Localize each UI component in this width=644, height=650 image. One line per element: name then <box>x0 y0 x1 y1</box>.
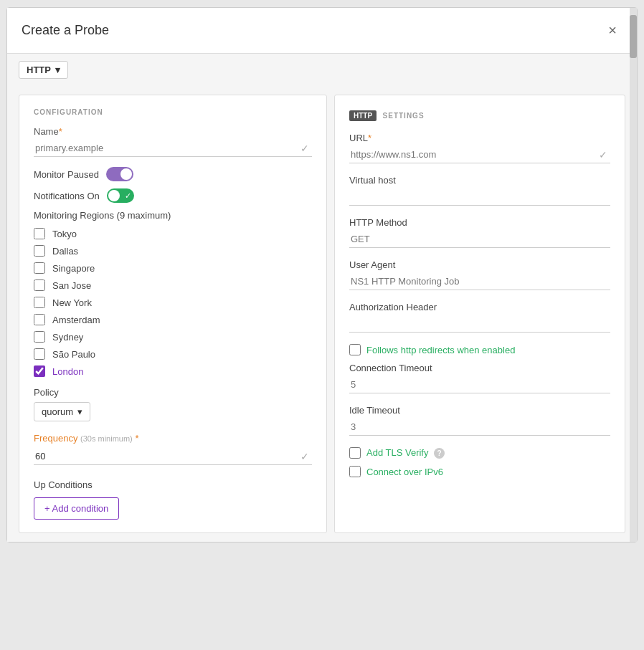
tls-verify-help-icon[interactable]: ? <box>434 448 445 459</box>
monitor-paused-toggle[interactable] <box>106 167 133 181</box>
region-label-tokyo: Tokyo <box>52 229 77 239</box>
virtual-host-field-group: Virtual host <box>349 175 610 206</box>
region-item: Sydney <box>34 331 312 343</box>
region-label-são-paulo: São Paulo <box>52 349 95 360</box>
region-checkbox-singapore[interactable] <box>34 262 45 274</box>
config-section-label: CONFIGURATION <box>34 108 312 116</box>
region-label-dallas: Dallas <box>52 246 78 257</box>
region-item: San Jose <box>34 279 312 291</box>
region-checkbox-new-york[interactable] <box>34 297 45 308</box>
region-item: New York <box>34 297 312 308</box>
url-input[interactable] <box>349 146 610 163</box>
protocol-label: HTTP <box>27 64 51 75</box>
url-label: URL* <box>349 133 610 143</box>
settings-section-label: SETTINGS <box>383 112 425 120</box>
modal-toolbar: HTTP ▾ <box>7 54 637 86</box>
up-conditions-label: Up Conditions <box>34 479 312 490</box>
ipv6-label: Connect over IPv6 <box>366 467 443 477</box>
idle-timeout-input[interactable] <box>349 419 610 436</box>
redirects-row: Follows http redirects when enabled <box>349 344 610 355</box>
policy-dropdown[interactable]: quorum ▾ <box>34 402 90 421</box>
region-checkbox-amsterdam[interactable] <box>34 314 45 325</box>
http-badge: HTTP <box>349 110 377 121</box>
notifications-on-row: Notifications On <box>34 188 312 203</box>
policy-dropdown-icon: ▾ <box>77 406 82 417</box>
region-item: Tokyo <box>34 228 312 239</box>
name-field-label: Name* <box>34 126 312 137</box>
policy-label: Policy <box>34 387 312 398</box>
region-checkbox-san-jose[interactable] <box>34 279 45 291</box>
auth-header-input[interactable] <box>349 315 610 333</box>
url-field-group: URL* ✓ <box>349 133 610 163</box>
right-panel: HTTP SETTINGS URL* ✓ Virtual host <box>334 95 625 533</box>
region-label-new-york: New York <box>52 297 92 308</box>
auth-header-field-group: Authorization Header <box>349 302 610 333</box>
frequency-input[interactable] <box>34 448 312 465</box>
redirects-checkbox[interactable] <box>349 344 361 355</box>
scrollbar-thumb[interactable] <box>630 15 637 58</box>
virtual-host-label: Virtual host <box>349 175 610 186</box>
region-label-amsterdam: Amsterdam <box>52 315 100 325</box>
idle-timeout-label: Idle Timeout <box>349 405 610 416</box>
region-label-london: London <box>52 366 83 377</box>
monitor-paused-label: Monitor Paused <box>34 169 99 180</box>
protocol-dropdown-icon: ▾ <box>55 64 60 75</box>
name-input[interactable] <box>34 140 312 157</box>
region-label-sydney: Sydney <box>52 332 83 343</box>
tls-verify-label: Add TLS Verify ? <box>366 447 445 459</box>
tls-verify-checkbox[interactable] <box>349 447 361 459</box>
user-agent-field-group: User Agent <box>349 259 610 290</box>
scrollbar-track[interactable] <box>630 8 637 542</box>
http-settings-header: HTTP SETTINGS <box>349 108 610 121</box>
modal-title: Create a Probe <box>22 23 109 38</box>
modal-header: Create a Probe × <box>7 8 637 54</box>
user-agent-label: User Agent <box>349 259 610 270</box>
notifications-on-label: Notifications On <box>34 191 100 201</box>
url-input-wrap: ✓ <box>349 146 610 163</box>
frequency-check-icon: ✓ <box>300 451 309 462</box>
region-item: London <box>34 365 312 377</box>
regions-label: Monitoring Regions (9 maximum) <box>34 210 312 221</box>
monitor-paused-slider <box>106 167 133 181</box>
notifications-on-toggle[interactable] <box>107 188 134 203</box>
region-checkbox-sydney[interactable] <box>34 331 45 343</box>
close-button[interactable]: × <box>602 19 622 42</box>
tls-verify-row: Add TLS Verify ? <box>349 447 610 459</box>
virtual-host-input[interactable] <box>349 188 610 206</box>
region-label-san-jose: San Jose <box>52 280 91 291</box>
idle-timeout-field-group: Idle Timeout <box>349 405 610 436</box>
region-item: Singapore <box>34 262 312 274</box>
connection-timeout-input[interactable] <box>349 376 610 393</box>
region-checkbox-dallas[interactable] <box>34 245 45 257</box>
http-method-input[interactable] <box>349 231 610 248</box>
region-item: Amsterdam <box>34 314 312 325</box>
region-item: Dallas <box>34 245 312 257</box>
auth-header-label: Authorization Header <box>349 302 610 312</box>
connection-timeout-field-group: Connection Timeout <box>349 363 610 393</box>
name-check-icon: ✓ <box>300 143 309 154</box>
ipv6-checkbox[interactable] <box>349 466 361 477</box>
user-agent-input[interactable] <box>349 273 610 290</box>
region-checkbox-london[interactable] <box>34 365 45 377</box>
frequency-label: Frequency (30s minimum) * <box>34 433 312 444</box>
policy-value: quorum <box>42 406 73 417</box>
add-condition-button[interactable]: + Add condition <box>34 497 119 520</box>
region-item: São Paulo <box>34 348 312 360</box>
http-method-field-group: HTTP Method <box>349 217 610 248</box>
region-label-singapore: Singapore <box>52 263 95 274</box>
url-check-icon: ✓ <box>599 149 607 161</box>
frequency-input-wrap: ✓ <box>34 448 312 465</box>
connection-timeout-label: Connection Timeout <box>349 363 610 373</box>
left-panel: CONFIGURATION Name* ✓ Monitor Paused No <box>19 95 327 533</box>
monitor-paused-row: Monitor Paused <box>34 167 312 181</box>
modal-body: CONFIGURATION Name* ✓ Monitor Paused No <box>7 86 637 542</box>
redirects-label: Follows http redirects when enabled <box>366 345 515 355</box>
name-input-wrap: ✓ <box>34 140 312 157</box>
protocol-dropdown[interactable]: HTTP ▾ <box>19 61 68 79</box>
ipv6-row: Connect over IPv6 <box>349 466 610 477</box>
http-method-label: HTTP Method <box>349 217 610 228</box>
region-checkbox-são-paulo[interactable] <box>34 348 45 360</box>
region-checkbox-tokyo[interactable] <box>34 228 45 239</box>
create-probe-modal: Create a Probe × HTTP ▾ CONFIGURATION Na… <box>6 7 638 543</box>
notifications-on-slider <box>107 188 134 203</box>
